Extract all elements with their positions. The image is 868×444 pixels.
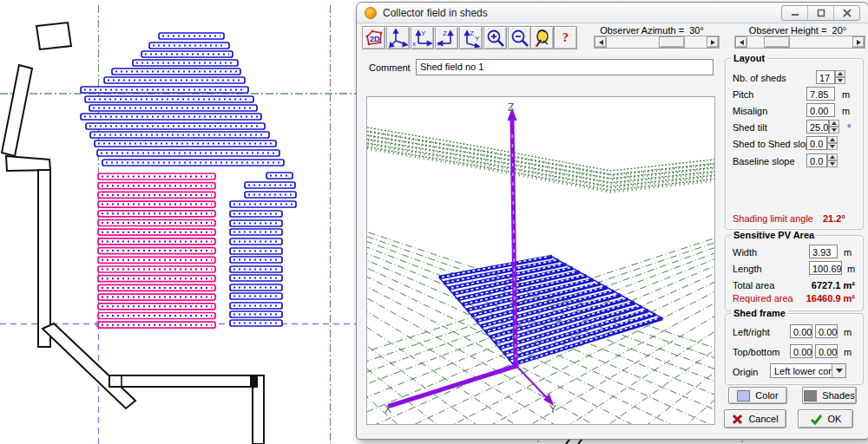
shading-limit-label: Shading limit angle: [733, 213, 813, 224]
shed-frame-group: Shed frame Left/right 0.00 0.00 m Top/bo…: [725, 313, 864, 385]
view-xy-icon: x Y: [412, 29, 433, 48]
shading-limit-row: Shading limit angle 21.2°: [726, 212, 863, 225]
height-value: 20°: [832, 25, 847, 36]
width-input[interactable]: 3.93: [809, 245, 838, 258]
help-button[interactable]: ?: [554, 26, 577, 49]
height-scroll-left[interactable]: [735, 36, 747, 48]
top-input[interactable]: 0.00: [790, 344, 812, 358]
azimuth-scrollbar[interactable]: [594, 36, 720, 49]
required-area-row: Required area 16460.9 m²: [726, 291, 863, 305]
close-icon: [843, 9, 852, 17]
shed-3d-view[interactable]: XYZ: [366, 96, 715, 425]
comment-label: Comment: [369, 62, 411, 73]
total-area-row: Total area 6727.1 m²: [726, 278, 863, 292]
svg-text:x: x: [437, 40, 440, 48]
shed-tilt-input[interactable]: 25.0: [806, 120, 829, 134]
zoom-out-button[interactable]: [508, 26, 531, 49]
shading-limit-value: 21.2°: [823, 213, 845, 224]
draw-tool-button[interactable]: [530, 26, 554, 49]
2d-view-icon: 2D: [365, 29, 384, 47]
field-baseline-slope: Baseline slope 0.0: [726, 154, 863, 168]
dialog-titlebar[interactable]: Collector field in sheds: [357, 3, 868, 23]
comment-input[interactable]: Shed field no 1: [416, 59, 713, 75]
height-thumb[interactable]: [764, 36, 790, 48]
minimize-icon: [791, 10, 799, 17]
field-width: Width 3.93 m: [726, 245, 863, 259]
left-input[interactable]: 0.00: [790, 324, 812, 338]
pv-area-group: Sensitive PV Area Width 3.93 m Length 10…: [725, 235, 864, 311]
shades-button[interactable]: Shades: [802, 387, 857, 404]
nb-of-sheds-input[interactable]: 17: [816, 70, 835, 84]
shades-swatch-icon: [804, 390, 817, 402]
3d-axes-icon: [389, 29, 408, 48]
required-area-value: 16460.9 m²: [806, 293, 855, 304]
layout-group-title: Layout: [731, 53, 767, 63]
svg-text:2D: 2D: [370, 35, 380, 43]
field-nb-of-sheds: Nb. of sheds 17: [726, 71, 863, 85]
zoom-out-icon: [510, 29, 529, 48]
right-arrow-icon: [711, 40, 715, 45]
app-icon: [365, 7, 377, 19]
zoom-in-button[interactable]: [483, 26, 507, 49]
shed-tilt-spinner[interactable]: [829, 120, 839, 134]
azimuth-thumb[interactable]: [659, 36, 685, 48]
pv-area-group-title: Sensitive PV Area: [731, 230, 817, 240]
field-length: Length 100.69 m: [726, 262, 863, 276]
pitch-input[interactable]: 7.85: [806, 87, 835, 101]
baseline-slope-input[interactable]: 0.0: [806, 153, 827, 167]
ok-button[interactable]: OK: [798, 409, 853, 428]
zoom-in-icon: [486, 29, 505, 48]
height-scrollbar[interactable]: [734, 36, 865, 49]
svg-text:Z: Z: [443, 29, 447, 37]
3d-axes-button[interactable]: [386, 26, 410, 49]
minimize-button[interactable]: [782, 6, 808, 20]
total-area-value: 6727.1 m²: [812, 280, 855, 291]
close-button[interactable]: [834, 6, 859, 20]
svg-text:Y: Y: [421, 29, 426, 37]
height-scroll-right[interactable]: [852, 36, 865, 48]
field-origin: Origin Left lower corner: [726, 365, 863, 379]
view-zy-icon: Z Y: [461, 29, 482, 48]
maximize-button[interactable]: [808, 6, 834, 20]
azimuth-label: Observer Azimuth = 30°: [581, 25, 723, 36]
field-shed-to-shed-slope: Shed to Shed slope 0.0: [726, 137, 863, 151]
svg-text:Y: Y: [549, 403, 556, 415]
cancel-x-icon: [732, 414, 743, 425]
ok-check-icon: [810, 414, 823, 425]
collector-field-dialog: Collector field in sheds 2D: [356, 2, 868, 440]
nb-of-sheds-spinner[interactable]: [835, 70, 845, 84]
layout-group: Layout Nb. of sheds 17 Pitch 7.85 m Misa…: [725, 58, 864, 230]
required-area-label: Required area: [733, 293, 793, 304]
azimuth-scroll-right[interactable]: [707, 36, 719, 48]
right-arrow-icon: [857, 40, 861, 45]
view-zy-button[interactable]: Z Y: [459, 26, 483, 49]
color-button[interactable]: Color: [728, 387, 787, 404]
misalign-input[interactable]: 0.00: [806, 103, 835, 117]
shed-3d-scene: XYZ: [367, 97, 714, 424]
field-left-right: Left/right 0.00 0.00 m: [726, 325, 863, 339]
svg-text:X: X: [385, 403, 391, 415]
bottom-input[interactable]: 0.00: [815, 344, 838, 358]
right-input[interactable]: 0.00: [815, 324, 838, 338]
shed-to-shed-slope-input[interactable]: 0.0: [806, 136, 827, 150]
svg-text:x: x: [412, 40, 416, 48]
window-controls: [781, 5, 860, 21]
shed-to-shed-slope-spinner[interactable]: [827, 136, 838, 150]
view-xz-icon: x Z: [437, 29, 457, 48]
origin-dropdown[interactable]: Left lower corner: [770, 363, 846, 378]
azimuth-scroll-left[interactable]: [595, 36, 607, 48]
draw-tool-icon: [533, 29, 552, 48]
shed-frame-group-title: Shed frame: [731, 308, 788, 318]
field-pitch: Pitch 7.85 m: [726, 88, 863, 101]
dialog-title: Collector field in sheds: [383, 7, 488, 19]
cancel-button[interactable]: Cancel: [724, 409, 786, 428]
view-xz-button[interactable]: x Z: [435, 26, 458, 49]
view-xy-button[interactable]: x Y: [411, 26, 434, 49]
svg-text:Y: Y: [475, 35, 480, 42]
length-input[interactable]: 100.69: [809, 261, 842, 275]
help-icon: ?: [562, 30, 569, 45]
left-arrow-icon: [599, 40, 603, 45]
dropdown-arrow-icon[interactable]: [832, 364, 845, 377]
2d-view-button[interactable]: 2D: [362, 26, 385, 49]
baseline-slope-spinner[interactable]: [827, 153, 838, 167]
